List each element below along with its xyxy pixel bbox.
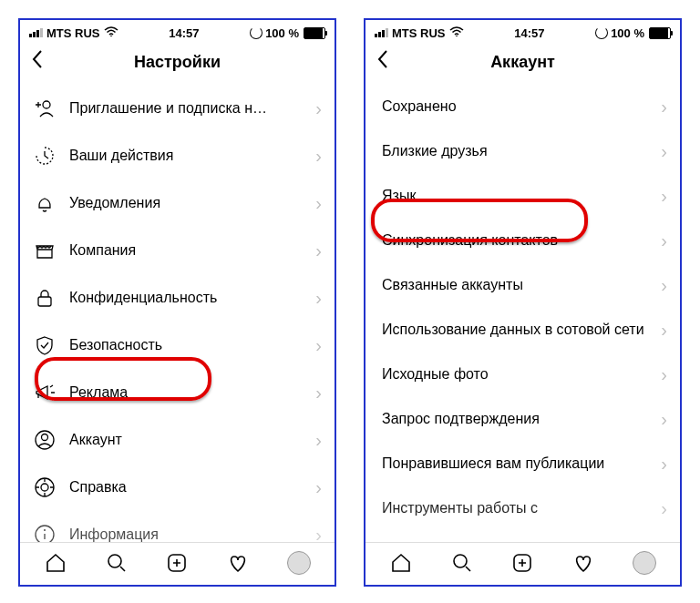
chevron-right-icon: ›: [315, 525, 322, 543]
row-saved[interactable]: Сохранено ›: [365, 85, 680, 129]
invite-icon: [33, 97, 57, 120]
row-label: Информация: [69, 526, 303, 542]
loading-icon: [595, 26, 608, 39]
account-list: Сохранено › Близкие друзья › Язык › Синх…: [365, 85, 680, 542]
page-title: Аккаунт: [376, 53, 669, 72]
phone-account: MTS RUS 14:57 100 % Аккаунт Сохранено › …: [364, 18, 682, 587]
signal-icon: [375, 28, 388, 37]
row-info[interactable]: Информация ›: [20, 511, 335, 542]
phone-settings: MTS RUS 14:57 100 % Настройки Приглашени…: [18, 18, 336, 587]
account-icon: [33, 428, 57, 452]
chevron-right-icon: ›: [661, 141, 667, 162]
svg-point-4: [42, 434, 48, 441]
profile-tab[interactable]: [632, 550, 657, 576]
row-linked-accounts[interactable]: Связанные аккаунты ›: [365, 263, 680, 308]
clock-label: 14:57: [169, 26, 199, 40]
row-label: Связанные аккаунты: [382, 276, 648, 295]
battery-label: 100 %: [265, 26, 299, 40]
chevron-right-icon: ›: [315, 477, 322, 498]
page-title: Настройки: [31, 53, 324, 72]
row-label: Аккаунт: [69, 431, 303, 450]
wifi-icon: [104, 26, 118, 40]
loading-icon: [250, 26, 262, 39]
chevron-right-icon: ›: [661, 498, 667, 519]
row-label: Справка: [69, 478, 303, 497]
shield-icon: [33, 333, 57, 357]
home-icon[interactable]: [388, 550, 414, 576]
carrier-label: MTS RUS: [46, 26, 100, 40]
info-icon: [33, 523, 57, 542]
nav-header: Настройки: [20, 42, 335, 85]
chevron-right-icon: ›: [315, 430, 322, 451]
row-account[interactable]: Аккаунт ›: [20, 416, 335, 464]
avatar-icon: [287, 551, 311, 575]
row-liked-posts[interactable]: Понравившиеся вам публикации ›: [365, 442, 680, 486]
row-verification[interactable]: Запрос подтверждения ›: [365, 397, 680, 442]
row-ads[interactable]: Реклама ›: [20, 369, 335, 416]
avatar-icon: [633, 551, 656, 575]
chevron-right-icon: ›: [661, 409, 667, 430]
status-bar: MTS RUS 14:57 100 %: [365, 20, 680, 42]
chevron-right-icon: ›: [315, 240, 322, 261]
home-icon[interactable]: [43, 550, 68, 576]
row-label: Понравившиеся вам публикации: [382, 455, 648, 474]
row-label: Компания: [69, 241, 303, 261]
svg-point-1: [43, 101, 50, 108]
row-label: Исходные фото: [382, 365, 648, 384]
carrier-label: MTS RUS: [392, 26, 446, 40]
bell-icon: [33, 191, 57, 215]
row-label: Ваши действия: [69, 147, 303, 166]
chevron-right-icon: ›: [315, 383, 322, 404]
chevron-right-icon: ›: [661, 364, 667, 385]
row-label: Инструменты работы с: [382, 499, 648, 518]
svg-point-8: [44, 529, 46, 531]
row-close-friends[interactable]: Близкие друзья ›: [365, 129, 680, 174]
svg-point-11: [456, 36, 458, 37]
battery-icon: [304, 27, 325, 39]
row-contacts-sync[interactable]: Синхронизация контактов ›: [365, 219, 680, 263]
row-label: Сохранено: [382, 97, 648, 117]
status-bar: MTS RUS 14:57 100 %: [20, 20, 335, 42]
row-label: Безопасность: [69, 336, 303, 355]
svg-point-9: [108, 555, 121, 567]
row-language[interactable]: Язык ›: [365, 174, 680, 219]
clock-label: 14:57: [514, 26, 544, 40]
chevron-right-icon: ›: [661, 320, 667, 341]
help-icon: [33, 475, 57, 499]
lock-icon: [33, 286, 57, 310]
row-branded-tools[interactable]: Инструменты работы с ›: [365, 486, 680, 531]
svg-point-12: [454, 555, 467, 567]
svg-point-0: [110, 36, 112, 37]
megaphone-icon: [33, 381, 57, 404]
heart-icon[interactable]: [571, 550, 596, 576]
add-icon[interactable]: [164, 550, 190, 576]
row-company[interactable]: Компания ›: [20, 227, 335, 274]
chevron-right-icon: ›: [315, 193, 322, 214]
row-label: Синхронизация контактов: [382, 231, 648, 250]
row-help[interactable]: Справка ›: [20, 464, 335, 511]
heart-icon[interactable]: [225, 550, 251, 576]
chevron-right-icon: ›: [315, 288, 322, 309]
row-cellular-data[interactable]: Использование данных в сотовой сети ›: [365, 308, 680, 353]
chevron-right-icon: ›: [315, 335, 322, 356]
chevron-right-icon: ›: [315, 146, 322, 167]
row-label: Уведомления: [69, 194, 303, 213]
profile-tab[interactable]: [286, 550, 312, 576]
svg-rect-2: [38, 297, 51, 306]
activity-icon: [33, 144, 57, 168]
row-security[interactable]: Безопасность ›: [20, 322, 335, 369]
row-invite[interactable]: Приглашение и подписка н… ›: [20, 85, 335, 132]
chevron-right-icon: ›: [661, 97, 667, 118]
search-icon[interactable]: [449, 550, 475, 576]
settings-list: Приглашение и подписка н… › Ваши действи…: [20, 85, 335, 542]
chevron-right-icon: ›: [661, 230, 667, 251]
row-original-photos[interactable]: Исходные фото ›: [365, 353, 680, 397]
row-activity[interactable]: Ваши действия ›: [20, 132, 335, 179]
row-label: Приглашение и подписка н…: [69, 99, 303, 118]
add-icon[interactable]: [510, 550, 535, 576]
search-icon[interactable]: [104, 550, 129, 576]
wifi-icon: [449, 26, 464, 40]
row-privacy[interactable]: Конфиденциальность ›: [20, 274, 335, 322]
row-notifications[interactable]: Уведомления ›: [20, 179, 335, 227]
row-label: Язык: [382, 187, 648, 206]
